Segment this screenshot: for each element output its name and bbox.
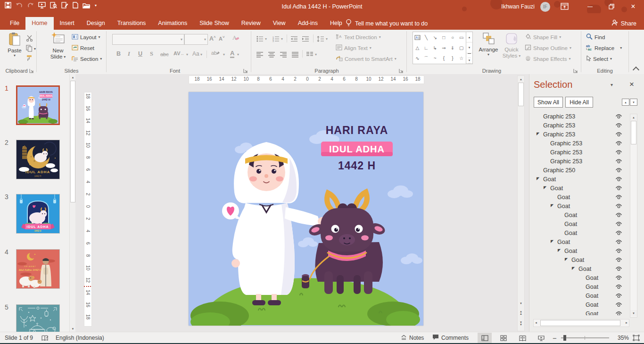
visibility-eye-icon[interactable] — [615, 275, 622, 282]
collapse-ribbon-icon[interactable] — [634, 66, 638, 74]
selection-list-hscrollbar[interactable]: ◄ ► — [533, 319, 629, 327]
slide-thumbnail-5[interactable] — [16, 304, 60, 332]
selection-item-goat[interactable]: Goat — [529, 193, 639, 202]
scroll-right-icon[interactable]: ► — [625, 321, 628, 324]
tab-insert[interactable]: Insert — [54, 17, 81, 30]
decrease-indent-icon[interactable] — [290, 35, 298, 44]
horizontal-ruler[interactable]: 18161412108642024681012141618 — [189, 76, 424, 84]
visibility-eye-icon[interactable] — [615, 176, 622, 184]
format-painter-icon[interactable] — [26, 55, 33, 63]
visibility-eye-icon[interactable] — [615, 150, 622, 157]
vertical-ruler[interactable]: 18161412108642024681012141618 — [84, 92, 92, 327]
selection-item-goat[interactable]: Goat — [529, 220, 639, 229]
shape-effects-button[interactable]: Shape Effects▾ — [525, 55, 570, 62]
previous-slide-icon[interactable]: ▲▲ — [518, 310, 524, 316]
editor-scrollbar[interactable]: ▲ ▼ ▲▲ ▼▼ — [517, 76, 525, 331]
shape-icon[interactable]: ∟ — [422, 42, 431, 53]
font-name-combobox[interactable]: ▾ — [112, 34, 184, 45]
shape-icon[interactable]: ⌒ — [422, 53, 431, 64]
tab-slide-show[interactable]: Slide Show — [193, 17, 235, 30]
align-text-button[interactable]: Align Text▾ — [336, 44, 372, 51]
copy-icon[interactable] — [26, 45, 33, 54]
visibility-eye-icon[interactable] — [615, 311, 622, 315]
pane-options-chevron-icon[interactable]: ▾ — [611, 83, 613, 87]
thumbnail-scrollbar[interactable]: ▲ ▼ — [69, 74, 75, 332]
tell-me-box[interactable]: Tell me what you want to do — [346, 17, 428, 30]
tab-home[interactable]: Home — [25, 17, 53, 30]
comments-button[interactable]: Comments — [432, 332, 469, 344]
visibility-eye-icon[interactable] — [615, 248, 622, 255]
tab-design[interactable]: Design — [81, 17, 111, 30]
share-button[interactable]: Share — [611, 17, 636, 30]
italic-button[interactable]: I — [128, 50, 130, 58]
shape-icon[interactable]: ▢ — [457, 42, 466, 53]
close-button[interactable]: × — [625, 0, 641, 13]
arrange-button[interactable]: Arrange ▾ — [476, 32, 501, 57]
selection-item-goat[interactable]: ◤Goat — [529, 202, 639, 211]
tree-expanded-caret-icon[interactable]: ◤ — [558, 248, 561, 252]
normal-view-button[interactable] — [478, 333, 492, 343]
new-slide-button[interactable]: New Slide▾ — [46, 32, 70, 60]
slide-thumbnail-1[interactable]: HARI RAYA IDUL ADHA 1442 H — [16, 85, 60, 125]
tab-add-ins[interactable]: Add-ins — [292, 17, 324, 30]
tab-review[interactable]: Review — [235, 17, 267, 30]
cut-icon[interactable] — [26, 35, 33, 43]
selection-item-goat[interactable]: ◤Goat — [529, 247, 639, 256]
scroll-up-icon[interactable]: ▲ — [70, 74, 75, 80]
quick-styles-button[interactable]: Quick Styles▾ — [501, 32, 522, 59]
send-backward-button[interactable]: ▼ — [630, 99, 637, 106]
restore-button[interactable] — [603, 0, 619, 13]
scroll-left-icon[interactable]: ◄ — [535, 321, 537, 324]
minimize-button[interactable] — [582, 0, 598, 13]
paragraph-dialog-launcher-icon[interactable] — [399, 67, 405, 73]
selection-item-goat[interactable]: Goat — [529, 211, 639, 220]
visibility-eye-icon[interactable] — [615, 293, 622, 300]
font-dialog-launcher-icon[interactable] — [243, 67, 249, 73]
selection-item-goat[interactable]: Goat — [529, 229, 639, 238]
change-case-button[interactable]: Aa — [192, 50, 199, 57]
bold-button[interactable]: B — [116, 50, 121, 57]
shape-icon[interactable]: ~ — [430, 53, 439, 64]
scrollbar-thumb[interactable] — [518, 83, 524, 106]
tree-expanded-caret-icon[interactable]: ◤ — [537, 176, 539, 181]
fit-slide-to-window-icon[interactable] — [633, 332, 640, 344]
paste-button[interactable]: Paste ▾ — [5, 32, 25, 58]
align-right-icon[interactable] — [280, 51, 287, 59]
scroll-up-icon[interactable]: ▲ — [630, 114, 637, 120]
grow-font-button[interactable]: A˄ — [209, 35, 216, 42]
chevron-down-icon[interactable]: ▾ — [223, 53, 225, 57]
selection-item-goat[interactable]: ◤Goat — [529, 265, 639, 274]
shadow-button[interactable]: S — [150, 50, 153, 58]
selection-item-graphic-253[interactable]: Graphic 253 — [529, 148, 639, 157]
reading-view-button[interactable] — [515, 333, 529, 343]
selection-item-goat[interactable]: Goat — [529, 283, 639, 292]
selection-item-graphic-253[interactable]: Graphic 253 — [529, 157, 639, 166]
tree-expanded-caret-icon[interactable]: ◤ — [565, 257, 568, 261]
slide-counter[interactable]: Slide 1 of 9 — [5, 332, 33, 344]
align-center-icon[interactable] — [268, 51, 275, 59]
chevron-down-icon[interactable]: ▾ — [281, 37, 283, 41]
justify-icon[interactable] — [292, 51, 298, 59]
shape-icon[interactable]: □ — [439, 32, 448, 42]
line-spacing-icon[interactable] — [317, 35, 324, 44]
shape-icon[interactable]: { — [439, 53, 448, 64]
replace-button[interactable]: abac Replace▾ — [586, 44, 622, 51]
notes-button[interactable]: Notes — [401, 332, 424, 344]
shape-icon[interactable]: ▭ — [457, 32, 466, 42]
language-indicator[interactable]: English (Indonesia) — [56, 332, 104, 344]
chevron-down-icon[interactable]: ▾ — [186, 53, 188, 57]
zoom-slider-thumb[interactable] — [563, 335, 566, 341]
drawing-dialog-launcher-icon[interactable] — [573, 67, 579, 73]
visibility-eye-icon[interactable] — [615, 239, 622, 246]
select-button[interactable]: Select▾ — [586, 55, 612, 62]
visibility-eye-icon[interactable] — [615, 257, 622, 264]
increase-indent-icon[interactable] — [302, 35, 309, 44]
visibility-eye-icon[interactable] — [615, 230, 622, 237]
zoom-level[interactable]: 35% — [618, 332, 629, 344]
selection-item-goat[interactable]: Goat — [529, 301, 639, 310]
numbering-icon[interactable]: 123 — [272, 35, 280, 44]
shape-icon[interactable]: ↳ — [430, 42, 439, 53]
slide-thumbnail-4[interactable]: SELAMAT Idul Adha 1442 H — [16, 249, 60, 289]
slide-show-button[interactable] — [534, 333, 548, 343]
clipboard-dialog-launcher-icon[interactable] — [29, 67, 35, 73]
